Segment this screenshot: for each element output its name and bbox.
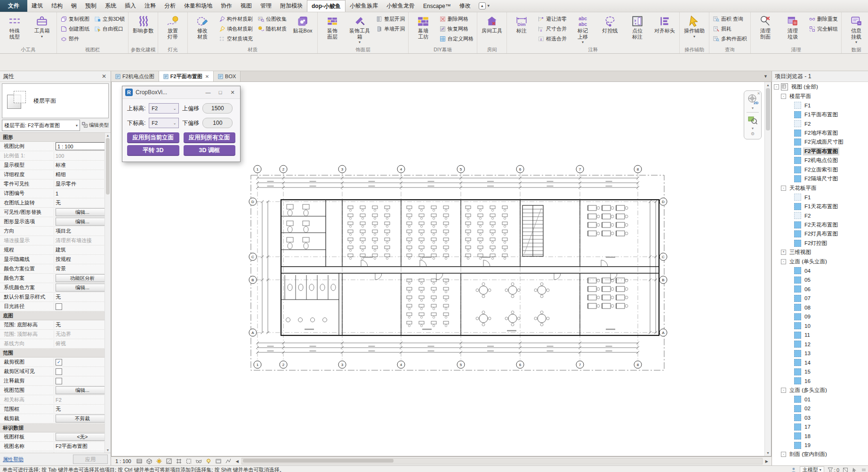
tree-item-16[interactable]: 16	[772, 376, 868, 386]
tree-item-F2灯控图[interactable]: F2灯控图	[772, 239, 868, 248]
property-section-header-范围[interactable]: 范围⌃	[0, 349, 111, 358]
ribbon-button-工具箱[interactable]: 工具箱▾	[29, 13, 55, 40]
tree-item-立面 (多头立面)[interactable]: -立面 (多头立面)	[772, 386, 868, 395]
apply-button[interactable]: 应用	[73, 455, 108, 464]
chevron-down-icon[interactable]: ▼	[751, 106, 755, 110]
edit-type-button[interactable]: 编辑类型	[81, 122, 109, 129]
property-value[interactable]: 无	[54, 199, 111, 206]
file-menu-button[interactable]: 文件	[0, 0, 27, 12]
tree-item-视图 (全部)[interactable]: -视图 (全部)	[772, 82, 868, 92]
apply-all-elevations-button[interactable]: 应用到所有立面	[184, 132, 236, 143]
view-tab-F2平面布置图[interactable]: F2平面布置图✕	[159, 71, 214, 81]
ribbon-button-损耗[interactable]: 损耗	[711, 24, 749, 33]
property-value[interactable]: 俯视	[54, 340, 111, 347]
tree-item-F2机电点位图[interactable]: F2机电点位图	[772, 156, 868, 165]
ribbon-button-恢复网格[interactable]: 恢复网格	[437, 24, 475, 33]
tree-item-13[interactable]: 13	[772, 349, 868, 358]
ribbon-button-点位标注[interactable]: 点位 标注	[624, 13, 651, 41]
properties-help-link[interactable]: 属性帮助	[3, 456, 24, 463]
ribbon-button-灯控线[interactable]: 灯控线	[597, 13, 623, 35]
ribbon-button-面积 查询[interactable]: 面积 查询	[711, 14, 749, 24]
property-value[interactable]: 无	[54, 293, 111, 301]
press-drag-icon[interactable]	[852, 467, 857, 472]
tree-item-F1[interactable]: F1	[772, 193, 868, 202]
show-constraints-icon[interactable]	[224, 457, 233, 465]
show-crop-region-icon[interactable]	[185, 457, 193, 465]
scroll-down-icon[interactable]: ▼	[766, 450, 770, 456]
menu-tab-附加模块[interactable]: 附加模块	[276, 0, 307, 12]
detail-level-icon[interactable]	[135, 457, 144, 465]
adjust-3d-cropbox-button[interactable]: 3D 调框	[184, 145, 236, 156]
menu-tab-小鲛鱼龙骨[interactable]: 小鲛鱼龙骨	[382, 0, 419, 12]
cropbox-dialog-titlebar[interactable]: R CropBoxVi... — □ ✕	[122, 86, 240, 99]
tree-item-14[interactable]: 14	[772, 358, 868, 367]
tree-item-03[interactable]: 03	[772, 413, 868, 423]
type-selector[interactable]: 楼层平面	[2, 83, 109, 118]
ribbon-button-信息挂载[interactable]: 信息 挂载▾	[843, 13, 868, 45]
resize-grip[interactable]	[862, 469, 866, 471]
tree-item-F2立面索引图[interactable]: F2立面索引图	[772, 165, 868, 175]
ribbon-button-删除重复[interactable]: 删除重复	[807, 14, 840, 24]
tree-item-19[interactable]: 19	[772, 441, 868, 450]
property-edit-button[interactable]: 功能区分析	[56, 274, 109, 282]
menu-tab-协作[interactable]: 协作	[217, 0, 236, 12]
collapse-icon[interactable]: -	[774, 84, 779, 90]
menu-tab-插入[interactable]: 插入	[121, 0, 140, 12]
ribbon-button-随机材质[interactable]: 随机材质	[256, 24, 289, 33]
property-edit-button[interactable]: 编辑...	[56, 218, 109, 226]
property-value[interactable]: F2平面布置图	[54, 443, 111, 450]
drawing-canvas[interactable]: 1122334455667788DDCCBBAA R CropBoxVi... …	[111, 82, 772, 456]
property-section-header-底图[interactable]: 底图⌃	[0, 311, 111, 320]
scroll-up-icon[interactable]: ▲	[106, 133, 110, 138]
menu-tab-体量和场地[interactable]: 体量和场地	[180, 0, 217, 12]
ribbon-button-装饰面层[interactable]: 装饰 面层	[319, 13, 346, 41]
ribbon-button-多构件面积[interactable]: 多构件面积	[711, 34, 749, 43]
horizontal-scrollbar[interactable]	[241, 458, 763, 464]
apply-current-elevation-button[interactable]: 应用到当前立面	[127, 132, 179, 143]
scrollbar-thumb[interactable]	[766, 88, 770, 130]
tree-item-立面 (单头立面)[interactable]: -立面 (单头立面)	[772, 257, 868, 267]
tree-item-05[interactable]: 05	[772, 276, 868, 285]
tree-item-F2天花布置图[interactable]: F2天花布置图	[772, 220, 868, 230]
property-value[interactable]: 1	[54, 191, 111, 196]
tree-item-18[interactable]: 18	[772, 431, 868, 441]
ribbon-button-贴花Box[interactable]: 贴花Box	[289, 13, 316, 35]
menu-tab-管理[interactable]: 管理	[256, 0, 276, 12]
visual-style-icon[interactable]	[145, 457, 154, 465]
menu-tab-分析[interactable]: 分析	[160, 0, 180, 12]
reveal-hidden-elements-icon[interactable]	[204, 457, 213, 465]
property-edit-button[interactable]: 不剪裁	[56, 415, 109, 423]
property-value[interactable]: 精细	[54, 171, 111, 178]
property-value-field[interactable]: 1 : 100	[56, 142, 109, 150]
menu-tab-预制[interactable]: 预制	[81, 0, 101, 12]
ribbon-button-操作辅助[interactable]: 操作辅助▾	[681, 13, 707, 40]
ribbon-button-整层开洞[interactable]: 整层开洞	[374, 14, 407, 24]
ribbon-button-清理剖面[interactable]: 清理 剖面	[752, 13, 779, 41]
tree-item-07[interactable]: 07	[772, 294, 868, 303]
ribbon-button-修改材质[interactable]: 修改 材质	[189, 13, 216, 41]
tree-item-F2地坪布置图[interactable]: F2地坪布置图	[772, 129, 868, 138]
menu-tab-结构[interactable]: 结构	[47, 0, 67, 12]
property-value[interactable]: 无	[54, 321, 111, 328]
collapse-icon[interactable]: -	[781, 259, 786, 264]
menu-tab-系统[interactable]: 系统	[101, 0, 121, 12]
sun-path-icon[interactable]	[155, 457, 164, 465]
property-value[interactable]: 清理所有墙连接	[54, 237, 111, 244]
close-icon[interactable]: ✕	[100, 73, 108, 80]
upper-offset-input[interactable]: 1500	[202, 103, 233, 114]
ribbon-button-避让清零[interactable]: 避让清零	[536, 14, 569, 24]
ribbon-button-立剪3D锁[interactable]: 立剪3D锁	[92, 14, 127, 24]
tree-item-11[interactable]: 11	[772, 331, 868, 340]
collapse-icon[interactable]: -	[781, 94, 786, 99]
ribbon-button-特殊线型[interactable]: 特殊 线型	[1, 13, 28, 41]
tab-close-icon[interactable]: ✕	[205, 74, 209, 79]
ribbon-button-对齐标头[interactable]: 对齐标头	[651, 13, 678, 35]
tree-item-01[interactable]: 01	[772, 395, 868, 404]
lower-level-select[interactable]: F2 ⌄	[149, 118, 179, 128]
ribbon-button-单墙开洞[interactable]: 单墙开洞	[374, 24, 407, 33]
ribbon-button-幕墙工坊[interactable]: 幕墙 工坊	[410, 13, 436, 41]
tree-item-06[interactable]: 06	[772, 285, 868, 294]
properties-scrollbar[interactable]: ▲▼	[104, 133, 111, 453]
tree-item-F2灯具布置图[interactable]: F2灯具布置图	[772, 229, 868, 239]
tree-item-17[interactable]: 17	[772, 423, 868, 432]
